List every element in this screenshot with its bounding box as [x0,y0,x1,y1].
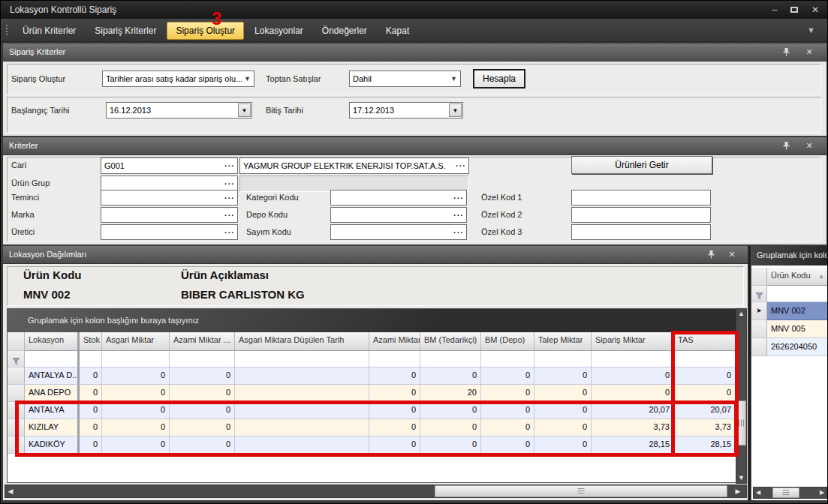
row-selector[interactable] [8,402,25,419]
table-cell[interactable]: 0 [102,402,170,419]
ozel-kod2-field[interactable] [571,207,711,223]
sidebar-column-header[interactable]: Ürün Kodu▲ [767,268,828,286]
filter-input[interactable] [481,351,534,368]
table-cell[interactable]: 0 [80,436,102,454]
menu-item-ondegerler[interactable]: Öndeğerler [314,22,375,39]
table-cell[interactable]: 0 [481,368,534,385]
table-cell[interactable]: 0 [420,402,481,419]
lookup-ellipsis-icon[interactable]: ··· [224,190,235,206]
table-cell[interactable] [235,385,369,402]
sidebar-row[interactable]: MNV 005 [751,320,828,338]
sidebar-hscroll-thumb[interactable] [772,488,799,498]
scroll-down-icon[interactable]: ▼ [736,474,747,482]
cari-name-field[interactable]: YAGMUR GROUP ELEKTRIK ENERJISI TOP.SAT.A… [239,158,469,174]
filter-input[interactable] [592,351,674,368]
table-cell[interactable]: 0 [170,385,235,402]
column-header-bm-tedarik-i-[interactable]: BM (Tedarikçi) [420,332,481,351]
sidebar-row-code[interactable]: MNV 005 [767,320,828,338]
lookup-ellipsis-icon[interactable]: ··· [453,208,464,223]
table-cell[interactable]: 0 [534,402,592,419]
column-header-talep-miktar[interactable]: Talep Miktar [534,332,592,351]
pin-button[interactable] [704,250,718,260]
table-cell[interactable]: 0 [170,419,235,436]
maximize-button[interactable] [785,4,803,16]
table-cell[interactable]: 0 [420,368,481,385]
filter-input[interactable] [170,351,235,368]
grid-filter-cell[interactable] [8,351,25,368]
bitis-tarihi-picker[interactable]: 17.12.2013 ▼ [349,102,463,118]
table-cell[interactable]: 0 [80,368,102,385]
group-by-bar[interactable]: Gruplamak için kolon başlığını buraya ta… [8,309,736,332]
table-cell[interactable]: 0 [170,402,235,419]
baslangic-tarihi-picker[interactable]: 16.12.2013 ▼ [106,102,252,118]
table-cell[interactable]: 3,73 [592,419,674,436]
table-row[interactable]: ANTALYA D...000000000 [8,368,736,385]
table-cell[interactable]: ANTALYA [25,402,80,419]
table-cell[interactable]: 0 [102,436,170,454]
marka-field[interactable]: ··· [101,207,238,223]
lookup-ellipsis-icon[interactable]: ··· [456,158,466,173]
filter-input[interactable] [25,351,80,368]
table-cell[interactable]: 28,15 [674,436,736,454]
table-cell[interactable]: KIZILAY [25,419,80,436]
grid-hscroll-thumb[interactable] [435,485,727,497]
calendar-dropdown-icon[interactable]: ▼ [238,104,251,117]
table-cell[interactable]: 0 [534,385,592,402]
table-cell[interactable]: 0 [534,419,592,436]
hesapla-button[interactable]: Hesapla [473,69,525,88]
table-cell[interactable]: 0 [102,385,170,402]
filter-input[interactable] [534,351,592,368]
sayim-kodu-field[interactable]: ··· [330,224,467,240]
row-selector[interactable] [8,436,25,454]
grid-vscrollbar[interactable] [736,308,747,484]
ozel-kod3-field[interactable] [571,224,711,240]
column-header-azami-miktar[interactable]: Azami Miktar [369,332,420,351]
table-cell[interactable]: 0 [420,436,481,454]
sidebar-row-code[interactable]: 2626204050 [767,338,828,356]
depo-kodu-field[interactable]: ··· [330,207,467,223]
menu-item-siparis-olustur[interactable]: Sipariş Oluştur [167,22,244,40]
filter-input[interactable] [674,351,736,368]
panel-close-button[interactable]: ✕ [725,250,739,260]
table-cell[interactable]: 0 [369,419,420,436]
sidebar-row[interactable]: ➤MNV 002 [751,302,828,320]
table-cell[interactable]: 0 [481,419,534,436]
table-cell[interactable]: 20,07 [592,402,674,419]
active-row-arrow-icon[interactable]: ➤ [751,302,767,320]
sidebar-row-selector[interactable] [751,338,767,356]
table-cell[interactable]: 0 [420,419,481,436]
column-header-asgari-miktar[interactable]: Asgari Miktar [102,332,170,351]
row-selector[interactable] [8,368,25,385]
column-header-tas[interactable]: TAS [674,332,736,351]
lookup-ellipsis-icon[interactable]: ··· [224,208,235,223]
table-cell[interactable]: 0 [674,368,736,385]
table-cell[interactable]: 0 [369,402,420,419]
table-cell[interactable] [235,419,369,436]
sidebar-filter-cell[interactable] [751,286,767,302]
scroll-left-icon[interactable]: ◀ [754,489,763,496]
table-row[interactable]: KADIKÖY000000028,1528,15 [8,436,736,454]
calendar-dropdown-icon[interactable]: ▼ [449,104,462,117]
table-cell[interactable]: 0 [80,402,102,419]
sidebar-row-code[interactable]: MNV 002 [767,302,828,320]
filter-input[interactable] [369,351,420,368]
grid-vscroll-thumb[interactable] [736,400,746,446]
pin-button[interactable] [779,141,793,152]
table-cell[interactable]: 0 [369,368,420,385]
chevron-down-icon[interactable]: ▼ [450,71,457,87]
chevron-down-icon[interactable]: ▼ [244,71,251,87]
column-header-sipari-miktar[interactable]: Sipariş Miktar [592,332,674,351]
sidebar-filter-input[interactable] [767,286,828,302]
menu-item-siparis-kriterler[interactable]: Sipariş Kriterler [86,22,164,39]
panel-close-button[interactable]: ✕ [802,47,816,58]
ozel-kod1-field[interactable] [571,190,711,206]
sidebar-group-header[interactable]: Gruplamak için kolo [751,246,828,266]
lookup-ellipsis-icon[interactable]: ··· [453,225,464,240]
table-cell[interactable]: 3,73 [674,419,736,436]
column-header-stok[interactable]: Stok [80,332,102,351]
column-header-asgari-miktara-d-len-tarih[interactable]: Asgari Miktara Düşülen Tarih [235,332,369,351]
column-header-lokasyon[interactable]: Lokasyon [25,332,80,351]
lookup-ellipsis-icon[interactable]: ··· [224,158,235,173]
table-cell[interactable]: 0 [592,368,674,385]
table-cell[interactable]: 0 [369,436,420,454]
